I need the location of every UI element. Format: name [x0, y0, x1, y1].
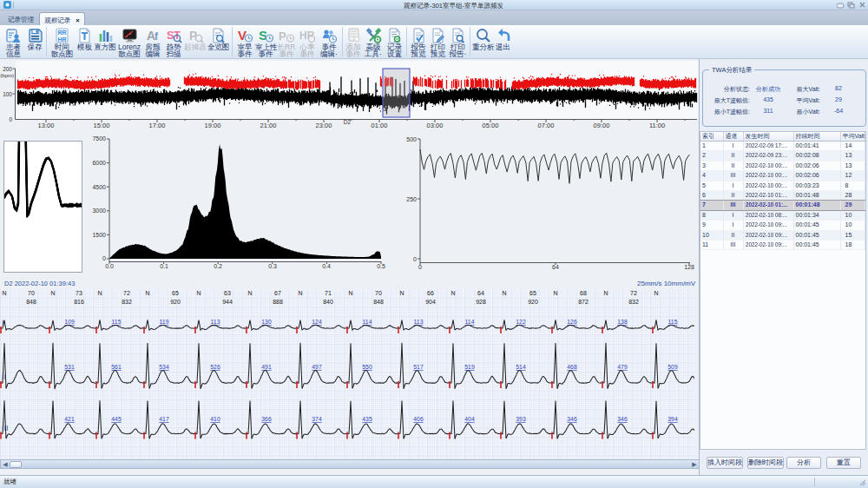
svg-text:N: N [603, 290, 608, 296]
svg-text:11:00: 11:00 [649, 122, 665, 129]
svg-text:550: 550 [362, 364, 372, 370]
svg-text:N: N [502, 290, 506, 296]
svg-text:15:00: 15:00 [94, 122, 110, 129]
svg-text:904: 904 [425, 299, 436, 305]
svg-text:500: 500 [406, 136, 417, 142]
svg-text:67: 67 [274, 290, 281, 296]
svg-text:III: III [2, 424, 9, 432]
svg-text:872: 872 [578, 299, 589, 305]
svg-text:0.1: 0.1 [160, 263, 168, 269]
svg-text:N: N [50, 290, 55, 296]
svg-text:115: 115 [668, 319, 678, 325]
svg-text:113: 113 [414, 319, 424, 325]
svg-text:128: 128 [684, 264, 694, 270]
svg-text:03:00: 03:00 [427, 122, 444, 129]
svg-text:468: 468 [567, 364, 577, 370]
svg-text:404: 404 [464, 416, 475, 422]
svg-text:124: 124 [312, 319, 322, 325]
svg-text:130: 130 [261, 319, 272, 325]
svg-text:N: N [2, 290, 6, 296]
svg-text:114: 114 [465, 319, 475, 325]
svg-text:0.4: 0.4 [322, 263, 331, 269]
svg-text:138: 138 [617, 319, 628, 325]
svg-text:944: 944 [222, 299, 233, 305]
svg-text:1500: 1500 [92, 232, 106, 238]
svg-text:II: II [2, 373, 6, 381]
svg-text:410: 410 [210, 416, 220, 422]
svg-text:497: 497 [312, 364, 322, 370]
svg-text:115: 115 [112, 319, 122, 325]
svg-text:17:00: 17:00 [149, 122, 166, 129]
svg-text:374: 374 [312, 416, 322, 422]
svg-text:19:00: 19:00 [205, 122, 221, 129]
svg-text:491: 491 [261, 364, 272, 370]
svg-text:73: 73 [76, 290, 82, 296]
svg-text:534: 534 [159, 364, 169, 370]
svg-text:09:00: 09:00 [594, 122, 610, 129]
svg-text:07:00: 07:00 [538, 122, 555, 129]
svg-text:346: 346 [567, 416, 577, 422]
svg-text:888: 888 [273, 299, 283, 305]
svg-text:N: N [145, 290, 149, 296]
svg-text:122: 122 [516, 319, 526, 325]
svg-text:72: 72 [630, 290, 637, 296]
svg-text:445: 445 [111, 416, 122, 422]
svg-text:816: 816 [74, 299, 84, 305]
svg-text:250: 250 [406, 196, 417, 202]
svg-text:65: 65 [172, 290, 179, 296]
svg-text:920: 920 [170, 299, 181, 305]
svg-text:N: N [654, 290, 658, 296]
svg-text:417: 417 [159, 416, 169, 422]
svg-text:100: 100 [3, 91, 12, 97]
svg-text:N: N [298, 290, 302, 296]
svg-text:N: N [399, 290, 404, 296]
svg-text:05:00: 05:00 [483, 122, 499, 129]
svg-text:13:00: 13:00 [38, 122, 55, 129]
svg-text:0.0: 0.0 [105, 263, 114, 269]
svg-text:109: 109 [64, 319, 75, 325]
svg-text:4500: 4500 [92, 184, 106, 190]
svg-text:N: N [247, 290, 252, 296]
svg-text:509: 509 [667, 364, 678, 370]
svg-text:7500: 7500 [92, 135, 106, 142]
svg-text:0: 0 [102, 255, 106, 261]
svg-text:N: N [553, 290, 557, 296]
svg-text:394: 394 [667, 416, 678, 422]
svg-text:519: 519 [464, 364, 475, 370]
svg-text:119: 119 [160, 319, 169, 325]
svg-text:406: 406 [413, 416, 424, 422]
svg-text:66: 66 [427, 290, 434, 296]
svg-text:393: 393 [516, 416, 526, 422]
svg-text:N: N [196, 290, 201, 296]
svg-text:832: 832 [628, 299, 639, 305]
svg-text:113: 113 [211, 319, 220, 325]
svg-text:64: 64 [477, 290, 484, 296]
svg-text:928: 928 [476, 299, 486, 305]
svg-text:68: 68 [580, 290, 587, 296]
svg-text:920: 920 [528, 299, 538, 305]
svg-text:0.2: 0.2 [214, 263, 222, 269]
svg-text:I: I [2, 319, 4, 327]
svg-text:479: 479 [617, 364, 628, 370]
svg-text:0: 0 [413, 256, 417, 262]
svg-text:71: 71 [325, 290, 332, 296]
svg-text:114: 114 [363, 319, 372, 325]
svg-text:514: 514 [516, 364, 526, 370]
svg-text:65: 65 [529, 290, 536, 296]
svg-text:0: 0 [418, 264, 422, 270]
svg-text:0.3: 0.3 [268, 263, 277, 269]
svg-text:0: 0 [9, 116, 12, 122]
svg-text:435: 435 [362, 416, 372, 422]
svg-text:126: 126 [567, 319, 577, 325]
svg-text:63: 63 [224, 290, 231, 296]
svg-text:N: N [97, 290, 102, 296]
svg-text:517: 517 [413, 364, 424, 370]
svg-text:3000: 3000 [92, 208, 106, 214]
svg-text:D2: D2 [344, 119, 352, 125]
svg-text:64: 64 [552, 264, 559, 270]
svg-text:N: N [348, 290, 352, 296]
svg-text:200: 200 [3, 66, 12, 72]
svg-text:832: 832 [122, 299, 132, 305]
svg-text:561: 561 [111, 364, 122, 370]
svg-text:70: 70 [28, 290, 35, 296]
